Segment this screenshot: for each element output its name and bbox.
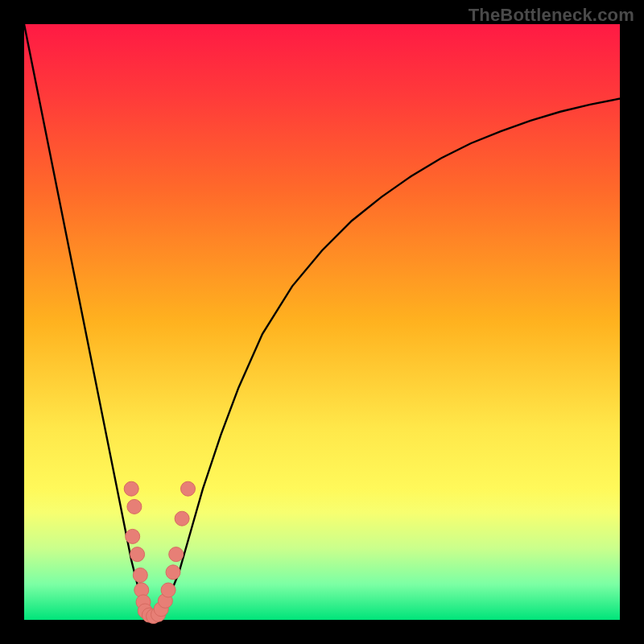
data-marker xyxy=(161,583,175,597)
data-marker xyxy=(169,547,184,562)
watermark-text: TheBottleneck.com xyxy=(469,5,634,26)
data-marker xyxy=(130,547,145,562)
data-marker xyxy=(133,568,147,583)
data-marker xyxy=(124,481,138,496)
curve-layer xyxy=(24,24,620,620)
bottleneck-curve xyxy=(24,24,620,620)
chart-frame: TheBottleneck.com xyxy=(0,0,644,644)
data-marker xyxy=(166,565,180,580)
data-marker xyxy=(127,499,142,514)
data-marker xyxy=(175,511,189,526)
data-marker xyxy=(126,529,140,543)
data-marker xyxy=(181,481,196,496)
plot-area xyxy=(24,24,620,620)
